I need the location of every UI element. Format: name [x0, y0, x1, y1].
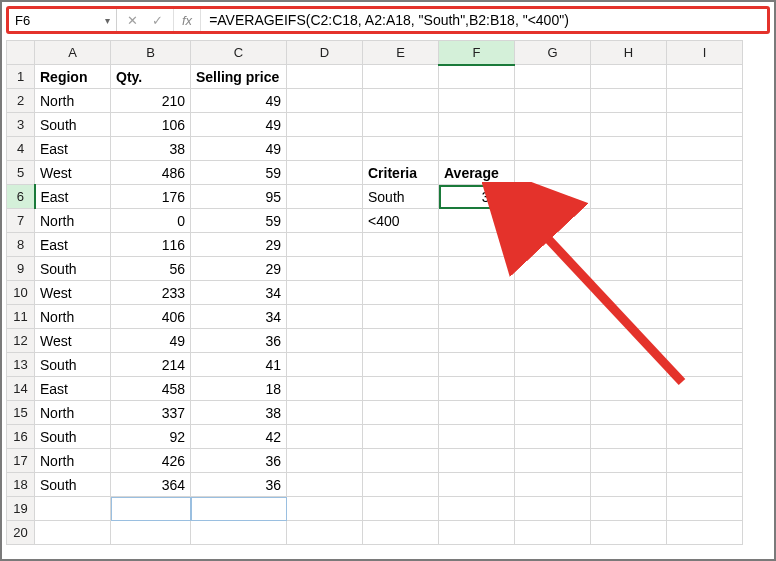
- row-header-5[interactable]: 5: [7, 161, 35, 185]
- cell-B1[interactable]: Qty.: [111, 65, 191, 89]
- cell-H20[interactable]: [591, 521, 667, 545]
- cell-D12[interactable]: [287, 329, 363, 353]
- cell-H11[interactable]: [591, 305, 667, 329]
- cell-I18[interactable]: [667, 473, 743, 497]
- cell-B4[interactable]: 38: [111, 137, 191, 161]
- cell-G7[interactable]: [515, 209, 591, 233]
- row-header-9[interactable]: 9: [7, 257, 35, 281]
- cell-A3[interactable]: South: [35, 113, 111, 137]
- cell-B19[interactable]: [111, 497, 191, 521]
- cell-D5[interactable]: [287, 161, 363, 185]
- cell-H17[interactable]: [591, 449, 667, 473]
- cell-I8[interactable]: [667, 233, 743, 257]
- cell-H3[interactable]: [591, 113, 667, 137]
- cell-A11[interactable]: North: [35, 305, 111, 329]
- cell-E1[interactable]: [363, 65, 439, 89]
- cell-E16[interactable]: [363, 425, 439, 449]
- cell-C16[interactable]: 42: [191, 425, 287, 449]
- cell-E2[interactable]: [363, 89, 439, 113]
- col-header-C[interactable]: C: [191, 41, 287, 65]
- cell-F10[interactable]: [439, 281, 515, 305]
- cell-F16[interactable]: [439, 425, 515, 449]
- cell-I11[interactable]: [667, 305, 743, 329]
- cell-E10[interactable]: [363, 281, 439, 305]
- cell-G6[interactable]: [515, 185, 591, 209]
- cell-C6[interactable]: 95: [191, 185, 287, 209]
- cell-G2[interactable]: [515, 89, 591, 113]
- cell-G20[interactable]: [515, 521, 591, 545]
- cell-E12[interactable]: [363, 329, 439, 353]
- cell-A12[interactable]: West: [35, 329, 111, 353]
- formula-input[interactable]: [201, 9, 767, 31]
- cell-D1[interactable]: [287, 65, 363, 89]
- cell-I10[interactable]: [667, 281, 743, 305]
- cell-D18[interactable]: [287, 473, 363, 497]
- cell-A2[interactable]: North: [35, 89, 111, 113]
- row-header-4[interactable]: 4: [7, 137, 35, 161]
- cell-B20[interactable]: [111, 521, 191, 545]
- cell-H10[interactable]: [591, 281, 667, 305]
- cell-E13[interactable]: [363, 353, 439, 377]
- cell-A6[interactable]: East: [35, 185, 111, 209]
- row-header-19[interactable]: 19: [7, 497, 35, 521]
- cell-A14[interactable]: East: [35, 377, 111, 401]
- cell-D10[interactable]: [287, 281, 363, 305]
- cell-H9[interactable]: [591, 257, 667, 281]
- cell-C7[interactable]: 59: [191, 209, 287, 233]
- cell-I6[interactable]: [667, 185, 743, 209]
- cell-H5[interactable]: [591, 161, 667, 185]
- row-header-11[interactable]: 11: [7, 305, 35, 329]
- cell-F11[interactable]: [439, 305, 515, 329]
- cell-G16[interactable]: [515, 425, 591, 449]
- cell-F8[interactable]: [439, 233, 515, 257]
- cell-C12[interactable]: 36: [191, 329, 287, 353]
- cell-F9[interactable]: [439, 257, 515, 281]
- cell-G15[interactable]: [515, 401, 591, 425]
- cell-B10[interactable]: 233: [111, 281, 191, 305]
- select-all-corner[interactable]: [7, 41, 35, 65]
- cell-A16[interactable]: South: [35, 425, 111, 449]
- cell-F17[interactable]: [439, 449, 515, 473]
- cell-C14[interactable]: 18: [191, 377, 287, 401]
- cell-D3[interactable]: [287, 113, 363, 137]
- cell-D14[interactable]: [287, 377, 363, 401]
- cell-H6[interactable]: [591, 185, 667, 209]
- cell-E3[interactable]: [363, 113, 439, 137]
- row-header-16[interactable]: 16: [7, 425, 35, 449]
- cell-E8[interactable]: [363, 233, 439, 257]
- cell-G17[interactable]: [515, 449, 591, 473]
- cell-F2[interactable]: [439, 89, 515, 113]
- fx-icon[interactable]: fx: [174, 9, 201, 31]
- cell-D17[interactable]: [287, 449, 363, 473]
- cell-E4[interactable]: [363, 137, 439, 161]
- cell-F20[interactable]: [439, 521, 515, 545]
- cell-C19[interactable]: [191, 497, 287, 521]
- cell-A9[interactable]: South: [35, 257, 111, 281]
- cell-D13[interactable]: [287, 353, 363, 377]
- cell-B13[interactable]: 214: [111, 353, 191, 377]
- cell-D20[interactable]: [287, 521, 363, 545]
- cell-C5[interactable]: 59: [191, 161, 287, 185]
- cell-C8[interactable]: 29: [191, 233, 287, 257]
- cell-A1[interactable]: Region: [35, 65, 111, 89]
- cell-H12[interactable]: [591, 329, 667, 353]
- cell-G18[interactable]: [515, 473, 591, 497]
- cell-I9[interactable]: [667, 257, 743, 281]
- cell-I15[interactable]: [667, 401, 743, 425]
- row-header-3[interactable]: 3: [7, 113, 35, 137]
- cell-G12[interactable]: [515, 329, 591, 353]
- row-header-6[interactable]: 6: [7, 185, 35, 209]
- cell-B14[interactable]: 458: [111, 377, 191, 401]
- cell-G19[interactable]: [515, 497, 591, 521]
- chevron-down-icon[interactable]: ▾: [105, 15, 110, 26]
- row-header-13[interactable]: 13: [7, 353, 35, 377]
- cell-C18[interactable]: 36: [191, 473, 287, 497]
- cell-D15[interactable]: [287, 401, 363, 425]
- cell-H15[interactable]: [591, 401, 667, 425]
- cell-H1[interactable]: [591, 65, 667, 89]
- cell-F7[interactable]: [439, 209, 515, 233]
- cell-E9[interactable]: [363, 257, 439, 281]
- cell-D9[interactable]: [287, 257, 363, 281]
- cell-E5[interactable]: Criteria: [363, 161, 439, 185]
- cell-F6[interactable]: 39.4: [439, 185, 515, 209]
